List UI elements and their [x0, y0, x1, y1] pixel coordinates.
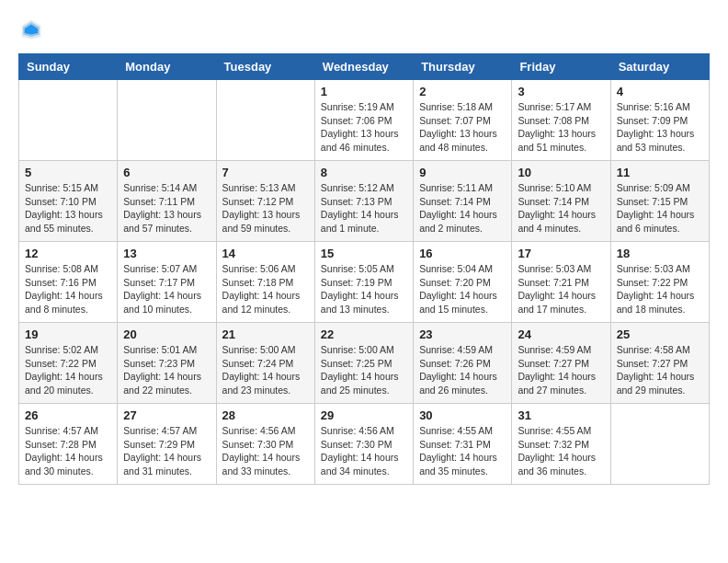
calendar-cell: [118, 80, 216, 161]
calendar-cell: 29Sunrise: 4:56 AM Sunset: 7:30 PM Dayli…: [314, 404, 413, 485]
weekday-header: Saturday: [610, 54, 709, 80]
calendar-cell: 12Sunrise: 5:08 AM Sunset: 7:16 PM Dayli…: [19, 242, 118, 323]
cell-info: Sunrise: 5:18 AM Sunset: 7:07 PM Dayligh…: [419, 100, 506, 155]
calendar-week-row: 12Sunrise: 5:08 AM Sunset: 7:16 PM Dayli…: [19, 242, 710, 323]
cell-info: Sunrise: 5:13 AM Sunset: 7:12 PM Dayligh…: [222, 181, 309, 236]
cell-info: Sunrise: 4:55 AM Sunset: 7:31 PM Dayligh…: [419, 424, 506, 478]
calendar-cell: 26Sunrise: 4:57 AM Sunset: 7:28 PM Dayli…: [19, 404, 118, 485]
calendar-cell: 2Sunrise: 5:18 AM Sunset: 7:07 PM Daylig…: [414, 80, 512, 161]
cell-info: Sunrise: 5:03 AM Sunset: 7:21 PM Dayligh…: [518, 262, 604, 316]
cell-info: Sunrise: 4:55 AM Sunset: 7:32 PM Dayligh…: [518, 424, 604, 478]
weekday-header: Thursday: [414, 54, 512, 80]
day-number: 11: [617, 166, 703, 179]
day-number: 8: [321, 166, 407, 179]
day-number: 5: [25, 166, 111, 179]
calendar-cell: 13Sunrise: 5:07 AM Sunset: 7:17 PM Dayli…: [118, 242, 216, 323]
calendar-cell: 23Sunrise: 4:59 AM Sunset: 7:26 PM Dayli…: [414, 323, 512, 404]
calendar-week-row: 1Sunrise: 5:19 AM Sunset: 7:06 PM Daylig…: [19, 80, 710, 161]
calendar-cell: [216, 80, 314, 161]
cell-info: Sunrise: 5:01 AM Sunset: 7:23 PM Dayligh…: [123, 343, 210, 397]
weekday-header: Wednesday: [314, 54, 413, 80]
calendar-cell: 16Sunrise: 5:04 AM Sunset: 7:20 PM Dayli…: [414, 242, 512, 323]
weekday-header: Friday: [512, 54, 610, 80]
calendar-cell: 24Sunrise: 4:59 AM Sunset: 7:27 PM Dayli…: [512, 323, 610, 404]
day-number: 10: [518, 166, 604, 179]
cell-info: Sunrise: 5:00 AM Sunset: 7:24 PM Dayligh…: [222, 343, 309, 397]
calendar-cell: 27Sunrise: 4:57 AM Sunset: 7:29 PM Dayli…: [118, 404, 216, 485]
day-number: 30: [419, 408, 506, 422]
logo: [18, 18, 42, 44]
cell-info: Sunrise: 5:00 AM Sunset: 7:25 PM Dayligh…: [321, 343, 407, 397]
calendar-cell: 31Sunrise: 4:55 AM Sunset: 7:32 PM Dayli…: [512, 404, 610, 485]
cell-info: Sunrise: 5:08 AM Sunset: 7:16 PM Dayligh…: [25, 262, 111, 316]
day-number: 15: [321, 247, 407, 260]
day-number: 7: [222, 166, 309, 179]
calendar-cell: 28Sunrise: 4:56 AM Sunset: 7:30 PM Dayli…: [216, 404, 314, 485]
day-number: 18: [617, 247, 703, 260]
calendar-week-row: 26Sunrise: 4:57 AM Sunset: 7:28 PM Dayli…: [19, 404, 710, 485]
cell-info: Sunrise: 4:57 AM Sunset: 7:28 PM Dayligh…: [25, 424, 111, 478]
day-number: 3: [518, 85, 604, 98]
cell-info: Sunrise: 5:05 AM Sunset: 7:19 PM Dayligh…: [321, 262, 407, 316]
calendar-cell: 30Sunrise: 4:55 AM Sunset: 7:31 PM Dayli…: [414, 404, 512, 485]
logo-icon: [20, 18, 42, 40]
cell-info: Sunrise: 4:56 AM Sunset: 7:30 PM Dayligh…: [222, 424, 309, 478]
day-number: 9: [419, 166, 506, 179]
cell-info: Sunrise: 4:56 AM Sunset: 7:30 PM Dayligh…: [321, 424, 407, 478]
day-number: 31: [518, 408, 604, 422]
calendar-week-row: 5Sunrise: 5:15 AM Sunset: 7:10 PM Daylig…: [19, 161, 710, 242]
day-number: 29: [321, 408, 407, 422]
calendar-cell: 3Sunrise: 5:17 AM Sunset: 7:08 PM Daylig…: [512, 80, 610, 161]
day-number: 20: [123, 327, 210, 341]
calendar-cell: 19Sunrise: 5:02 AM Sunset: 7:22 PM Dayli…: [19, 323, 118, 404]
calendar-cell: 11Sunrise: 5:09 AM Sunset: 7:15 PM Dayli…: [610, 161, 709, 242]
cell-info: Sunrise: 4:59 AM Sunset: 7:26 PM Dayligh…: [419, 343, 506, 397]
weekday-header: Tuesday: [216, 54, 314, 80]
calendar-cell: 5Sunrise: 5:15 AM Sunset: 7:10 PM Daylig…: [19, 161, 118, 242]
cell-info: Sunrise: 5:09 AM Sunset: 7:15 PM Dayligh…: [617, 181, 703, 236]
day-number: 2: [419, 85, 506, 98]
cell-info: Sunrise: 4:59 AM Sunset: 7:27 PM Dayligh…: [518, 343, 604, 397]
day-number: 21: [222, 327, 309, 341]
weekday-header: Monday: [118, 54, 216, 80]
day-number: 22: [321, 327, 407, 341]
cell-info: Sunrise: 5:12 AM Sunset: 7:13 PM Dayligh…: [321, 181, 407, 236]
calendar-header-row: SundayMondayTuesdayWednesdayThursdayFrid…: [19, 54, 710, 80]
day-number: 23: [419, 327, 506, 341]
calendar-cell: 20Sunrise: 5:01 AM Sunset: 7:23 PM Dayli…: [118, 323, 216, 404]
day-number: 17: [518, 247, 604, 260]
day-number: 28: [222, 408, 309, 422]
day-number: 4: [617, 85, 703, 98]
day-number: 25: [617, 327, 703, 341]
cell-info: Sunrise: 5:02 AM Sunset: 7:22 PM Dayligh…: [25, 343, 111, 397]
calendar-cell: 17Sunrise: 5:03 AM Sunset: 7:21 PM Dayli…: [512, 242, 610, 323]
calendar-cell: 1Sunrise: 5:19 AM Sunset: 7:06 PM Daylig…: [314, 80, 413, 161]
calendar-cell: 10Sunrise: 5:10 AM Sunset: 7:14 PM Dayli…: [512, 161, 610, 242]
calendar-cell: [610, 404, 709, 485]
calendar-cell: 7Sunrise: 5:13 AM Sunset: 7:12 PM Daylig…: [216, 161, 314, 242]
cell-info: Sunrise: 5:04 AM Sunset: 7:20 PM Dayligh…: [419, 262, 506, 316]
cell-info: Sunrise: 5:03 AM Sunset: 7:22 PM Dayligh…: [617, 262, 703, 316]
calendar-cell: 4Sunrise: 5:16 AM Sunset: 7:09 PM Daylig…: [610, 80, 709, 161]
day-number: 13: [123, 247, 210, 260]
day-number: 16: [419, 247, 506, 260]
cell-info: Sunrise: 4:57 AM Sunset: 7:29 PM Dayligh…: [123, 424, 210, 478]
calendar-cell: 9Sunrise: 5:11 AM Sunset: 7:14 PM Daylig…: [414, 161, 512, 242]
calendar-cell: 14Sunrise: 5:06 AM Sunset: 7:18 PM Dayli…: [216, 242, 314, 323]
cell-info: Sunrise: 5:14 AM Sunset: 7:11 PM Dayligh…: [123, 181, 210, 236]
calendar-cell: 25Sunrise: 4:58 AM Sunset: 7:27 PM Dayli…: [610, 323, 709, 404]
day-number: 12: [25, 247, 111, 260]
calendar-cell: 21Sunrise: 5:00 AM Sunset: 7:24 PM Dayli…: [216, 323, 314, 404]
day-number: 6: [123, 166, 210, 179]
cell-info: Sunrise: 5:06 AM Sunset: 7:18 PM Dayligh…: [222, 262, 309, 316]
day-number: 14: [222, 247, 309, 260]
calendar-week-row: 19Sunrise: 5:02 AM Sunset: 7:22 PM Dayli…: [19, 323, 710, 404]
day-number: 27: [123, 408, 210, 422]
cell-info: Sunrise: 5:16 AM Sunset: 7:09 PM Dayligh…: [617, 100, 703, 155]
calendar-cell: 18Sunrise: 5:03 AM Sunset: 7:22 PM Dayli…: [610, 242, 709, 323]
page-header: [18, 18, 710, 44]
day-number: 1: [321, 85, 407, 98]
cell-info: Sunrise: 5:17 AM Sunset: 7:08 PM Dayligh…: [518, 100, 604, 155]
calendar-table: SundayMondayTuesdayWednesdayThursdayFrid…: [18, 53, 710, 485]
cell-info: Sunrise: 5:11 AM Sunset: 7:14 PM Dayligh…: [419, 181, 506, 236]
